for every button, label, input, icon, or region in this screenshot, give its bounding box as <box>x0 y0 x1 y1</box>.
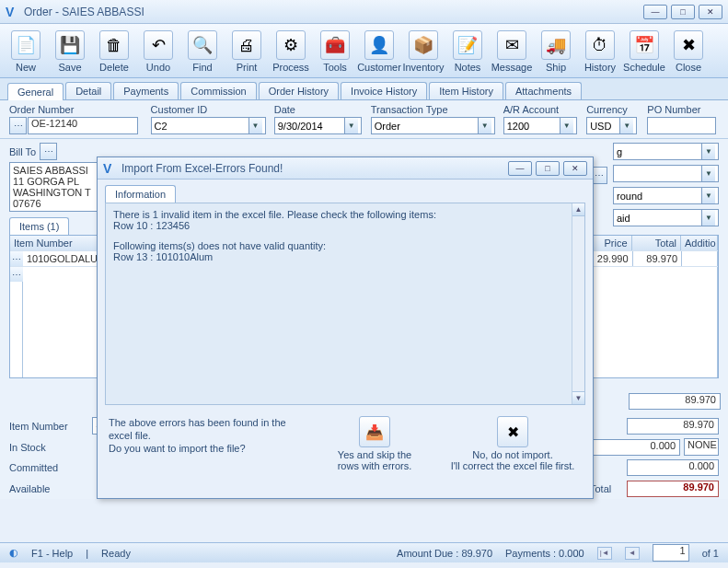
ship-button[interactable]: 🚚Ship <box>534 28 578 77</box>
history-button[interactable]: ⏱History <box>578 28 622 77</box>
row-lookup[interactable]: ⋯ <box>10 251 23 266</box>
new-button[interactable]: 📄New <box>4 28 48 77</box>
tab-invoice-history[interactable]: Invoice History <box>341 82 427 99</box>
customer-button[interactable]: 👤Customer <box>357 28 401 77</box>
summary-b: 0.000 <box>588 439 680 456</box>
dialog-minimize[interactable]: — <box>508 161 532 176</box>
import-no-button[interactable]: ✖ No, do not import. I'll correct the ex… <box>444 416 582 471</box>
partial-select-3[interactable]: round▼ <box>613 187 719 204</box>
tab-detail[interactable]: Detail <box>65 82 111 99</box>
col-total[interactable]: Total <box>632 236 681 250</box>
dialog-tab-information[interactable]: Information <box>105 185 176 203</box>
scroll-down[interactable]: ▼ <box>572 391 584 404</box>
dialog-foot-msg1: The above errors has been found in the e… <box>109 416 306 442</box>
committed-label: Committed <box>9 462 92 473</box>
chevron-down-icon[interactable]: ▼ <box>701 210 715 226</box>
scroll-up[interactable]: ▲ <box>572 203 584 216</box>
tab-attachments[interactable]: Attachments <box>505 82 582 99</box>
bill-to-lookup[interactable]: ⋯ <box>40 143 57 160</box>
import-errors-dialog: V Import From Excel-Errors Found! — □ ✕ … <box>97 156 594 499</box>
app-icon: V <box>103 161 118 176</box>
summary-b-unit[interactable]: NONE <box>684 438 719 456</box>
chevron-down-icon[interactable]: ▼ <box>560 118 573 133</box>
currency-select[interactable]: USD▼ <box>586 117 637 134</box>
col-item-number[interactable]: Item Number <box>10 236 107 250</box>
tab-payments[interactable]: Payments <box>113 82 179 99</box>
po-number-input[interactable] <box>647 117 716 134</box>
amount-due: Amount Due : 89.970 <box>397 548 492 559</box>
chevron-down-icon[interactable]: ▼ <box>701 188 715 203</box>
total-value: 89.970 <box>627 481 719 497</box>
import-yes-label: Yes and skip the rows with errors. <box>338 449 412 471</box>
chevron-down-icon[interactable]: ▼ <box>701 144 715 159</box>
partial-select-4[interactable]: aid▼ <box>613 209 719 226</box>
row-lookup[interactable]: ⋯ <box>10 267 23 282</box>
header-form: Order Number ⋯ OE-12140 Customer ID C2▼ … <box>0 100 728 139</box>
import-yes-icon: 📥 <box>359 416 390 447</box>
close-button[interactable]: ✖Close <box>666 28 711 77</box>
in-stock-label: In Stock <box>9 442 92 453</box>
order-number-label: Order Number <box>9 104 144 115</box>
ar-account-select[interactable]: 1200▼ <box>503 117 577 134</box>
maximize-button[interactable]: □ <box>671 5 695 19</box>
chevron-down-icon[interactable]: ▼ <box>619 118 633 133</box>
history-icon: ⏱ <box>585 30 615 60</box>
close-button[interactable]: ✕ <box>699 5 722 19</box>
page-input[interactable]: 1 <box>653 544 689 562</box>
tools-button[interactable]: 🧰Tools <box>313 28 357 77</box>
trans-type-label: Transaction Type <box>371 104 496 115</box>
chevron-down-icon[interactable]: ▼ <box>701 166 715 181</box>
import-yes-button[interactable]: 📥 Yes and skip the rows with errors. <box>306 416 444 471</box>
schedule-button[interactable]: 📅Schedule <box>622 28 666 77</box>
dialog-title: Import From Excel-Errors Found! <box>121 162 283 175</box>
items-tab[interactable]: Items (1) <box>9 217 69 235</box>
page-prev[interactable]: ◄ <box>625 547 640 560</box>
delete-icon: 🗑 <box>99 30 129 60</box>
dialog-body: There is 1 invalid item in the excel fil… <box>105 203 585 405</box>
undo-button[interactable]: ↶Undo <box>136 28 180 77</box>
tab-commission[interactable]: Commission <box>180 82 257 99</box>
dialog-maximize[interactable]: □ <box>536 161 560 176</box>
chevron-down-icon[interactable]: ▼ <box>248 118 262 133</box>
page-first[interactable]: |◄ <box>597 547 612 560</box>
tab-order-history[interactable]: Order History <box>259 82 339 99</box>
process-button[interactable]: ⚙Process <box>269 28 313 77</box>
ship-icon: 🚚 <box>541 30 571 60</box>
cell-item: 1010GOLDALU <box>23 251 107 266</box>
dialog-close[interactable]: ✕ <box>563 161 587 176</box>
trans-type-select[interactable]: Order▼ <box>371 117 495 134</box>
dialog-foot-msg2: Do you want to import the file? <box>109 442 306 455</box>
chevron-down-icon[interactable]: ▼ <box>344 118 358 133</box>
import-no-icon: ✖ <box>497 416 528 447</box>
partial-select-2[interactable]: ▼ <box>613 165 719 182</box>
order-number-input[interactable]: OE-12140 <box>28 117 138 134</box>
main-toolbar: 📄New💾Save🗑Delete↶Undo🔍Find🖨Print⚙Process… <box>0 24 728 78</box>
tab-item-history[interactable]: Item History <box>429 82 503 99</box>
print-button[interactable]: 🖨Print <box>225 28 269 77</box>
dialog-scrollbar[interactable]: ▲ ▼ <box>572 203 584 404</box>
customer-id-label: Customer ID <box>151 104 267 115</box>
minimize-button[interactable]: — <box>643 5 667 19</box>
app-icon: V <box>6 5 20 19</box>
tab-general[interactable]: General <box>7 83 64 100</box>
inventory-button[interactable]: 📦Inventory <box>401 28 445 77</box>
inventory-icon: 📦 <box>409 30 438 60</box>
col-price[interactable]: Price <box>587 236 632 250</box>
order-number-lookup[interactable]: ⋯ <box>9 117 27 134</box>
date-select[interactable]: 9/30/2014▼ <box>274 117 362 134</box>
col-additional[interactable]: Additio <box>681 236 718 250</box>
customer-icon: 👤 <box>364 30 394 60</box>
print-icon: 🖨 <box>232 30 261 60</box>
window-title: Order - SAIES ABBASSI <box>24 6 144 18</box>
currency-label: Currency <box>586 104 640 115</box>
status-bar: ◐ F1 - Help | Ready Amount Due : 89.970 … <box>0 542 728 562</box>
partial-select-1[interactable]: g▼ <box>613 143 719 160</box>
customer-id-select[interactable]: C2▼ <box>151 117 266 134</box>
find-button[interactable]: 🔍Find <box>180 28 225 77</box>
chevron-down-icon[interactable]: ▼ <box>478 118 491 133</box>
status-ready: Ready <box>101 548 131 559</box>
message-button[interactable]: ✉Message <box>490 28 534 77</box>
save-button[interactable]: 💾Save <box>48 28 92 77</box>
notes-button[interactable]: 📝Notes <box>445 28 490 77</box>
delete-button[interactable]: 🗑Delete <box>92 28 136 77</box>
